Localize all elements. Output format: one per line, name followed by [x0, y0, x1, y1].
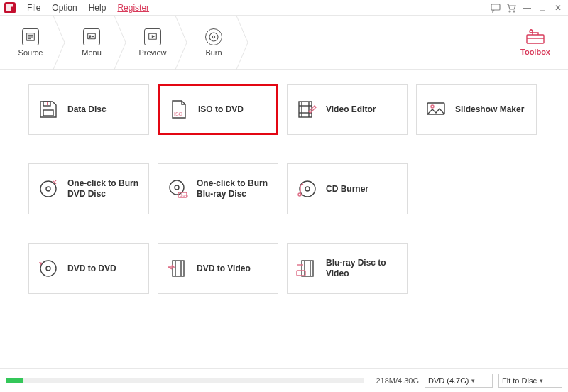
status-bar: 218M/4.30G DVD (4.7G) ▾ Fit to Disc ▾	[0, 368, 568, 392]
svg-point-2	[513, 11, 515, 12]
titlebar-right: — □ ✕	[490, 2, 564, 13]
svg-point-35	[305, 187, 310, 191]
floppy-icon	[38, 99, 59, 120]
svg-point-12	[212, 36, 214, 38]
card-data-disc[interactable]: Data Disc	[28, 84, 149, 135]
svg-rect-18	[43, 110, 53, 116]
menu-help[interactable]: Help	[83, 3, 112, 13]
step-label: Source	[18, 48, 43, 57]
fit-mode-value: Fit to Disc	[502, 376, 537, 385]
svg-point-28	[40, 181, 56, 197]
burn-icon	[205, 28, 222, 45]
step-menu[interactable]: Menu	[61, 16, 122, 70]
titlebar: File Option Help Register — □ ✕	[0, 0, 568, 16]
svg-point-34	[300, 181, 315, 197]
preview-icon	[144, 28, 161, 45]
tool-row: DVD to DVD DVD to Video Blu-ray Disc to …	[28, 243, 540, 294]
capacity-fill	[6, 378, 23, 383]
card-dvd-to-dvd[interactable]: DVD to DVD	[28, 243, 149, 294]
chevron-down-icon: ▾	[540, 377, 543, 384]
svg-point-29	[46, 187, 50, 191]
step-label: Preview	[138, 48, 166, 57]
bluray-click-icon: Blu-ray	[167, 178, 188, 200]
card-label: One-click to Burn DVD Disc	[67, 178, 140, 200]
card-label: Video Editor	[326, 104, 376, 115]
slideshow-icon	[425, 99, 447, 120]
menu-register[interactable]: Register	[111, 3, 155, 13]
card-oneclick-bluray[interactable]: Blu-ray One-click to Burn Blu-ray Disc	[158, 163, 278, 214]
card-iso-to-dvd[interactable]: ISO ISO to DVD	[158, 84, 278, 135]
step-label: Burn	[205, 48, 222, 57]
step-preview[interactable]: Preview	[122, 16, 183, 70]
cart-icon[interactable]	[506, 2, 517, 13]
toolbox-grid: Data Disc ISO ISO to DVD Video Editor Sl…	[0, 70, 568, 301]
tool-row: Data Disc ISO ISO to DVD Video Editor Sl…	[28, 84, 540, 135]
svg-text:ISO: ISO	[174, 111, 183, 116]
card-video-editor[interactable]: Video Editor	[287, 84, 408, 135]
svg-rect-21	[299, 102, 312, 117]
step-label: Menu	[82, 48, 102, 57]
card-slideshow-maker[interactable]: Slideshow Maker	[416, 84, 537, 135]
menu-option[interactable]: Option	[46, 3, 82, 13]
svg-point-11	[209, 33, 218, 41]
app-logo-icon	[4, 2, 16, 13]
svg-rect-19	[47, 102, 48, 105]
disc-click-icon	[38, 178, 59, 200]
tool-row: One-click to Burn DVD Disc Blu-ray One-c…	[28, 163, 540, 214]
cd-music-icon	[296, 178, 317, 200]
svg-point-37	[40, 261, 56, 276]
svg-point-31	[175, 185, 179, 190]
toolbox-label: Toolbox	[520, 48, 550, 56]
svg-point-38	[46, 266, 50, 271]
maximize-button[interactable]: □	[537, 2, 548, 13]
bluray-film-icon	[296, 258, 317, 279]
fit-mode-select[interactable]: Fit to Disc ▾	[498, 374, 562, 388]
card-cd-burner[interactable]: CD Burner	[287, 163, 408, 214]
svg-rect-0	[491, 4, 500, 10]
svg-marker-10	[152, 36, 154, 38]
card-bluray-to-video[interactable]: Blu-ray Disc to Video	[287, 243, 408, 294]
card-label: ISO to DVD	[198, 104, 244, 115]
chevron-down-icon: ▾	[471, 377, 475, 384]
close-button[interactable]: ✕	[552, 2, 564, 13]
filmstrip-edit-icon	[296, 99, 317, 120]
svg-point-27	[431, 105, 434, 108]
card-label: DVD to Video	[197, 263, 251, 274]
disc-type-value: DVD (4.7G)	[428, 376, 469, 385]
source-icon	[22, 28, 39, 45]
toolbox-icon	[525, 29, 545, 45]
iso-file-icon: ISO	[168, 99, 190, 120]
card-label: Blu-ray Disc to Video	[326, 258, 398, 279]
svg-rect-42	[302, 261, 313, 276]
svg-point-1	[509, 11, 510, 12]
svg-text:Blu-ray: Blu-ray	[180, 193, 188, 197]
step-burn[interactable]: Burn	[183, 16, 244, 70]
film-arrow-icon	[167, 258, 188, 279]
card-oneclick-dvd[interactable]: One-click to Burn DVD Disc	[28, 163, 149, 214]
svg-rect-39	[173, 261, 184, 276]
step-bar: Source Menu Preview Burn Toolbox	[0, 16, 568, 70]
step-source[interactable]: Source	[0, 16, 61, 70]
svg-rect-13	[527, 35, 544, 43]
svg-point-15	[530, 30, 532, 33]
minimize-button[interactable]: —	[521, 2, 532, 13]
chevron-right-icon	[236, 16, 248, 70]
card-label: Data Disc	[67, 104, 106, 115]
card-label: One-click to Burn Blu-ray Disc	[197, 178, 269, 200]
menu-file[interactable]: File	[21, 3, 46, 13]
disc-arrow-icon	[38, 258, 59, 279]
card-label: CD Burner	[326, 184, 368, 195]
capacity-text: 218M/4.30G	[369, 376, 419, 385]
card-dvd-to-video[interactable]: DVD to Video	[158, 243, 278, 294]
card-label: Slideshow Maker	[455, 104, 524, 115]
disc-type-select[interactable]: DVD (4.7G) ▾	[425, 374, 493, 388]
svg-point-36	[298, 193, 301, 196]
menu-template-icon	[83, 28, 100, 45]
capacity-bar	[6, 378, 364, 383]
feedback-icon[interactable]	[490, 2, 501, 13]
card-label: DVD to DVD	[67, 263, 116, 274]
svg-rect-45	[297, 271, 305, 276]
toolbox-button[interactable]: Toolbox	[514, 16, 557, 70]
